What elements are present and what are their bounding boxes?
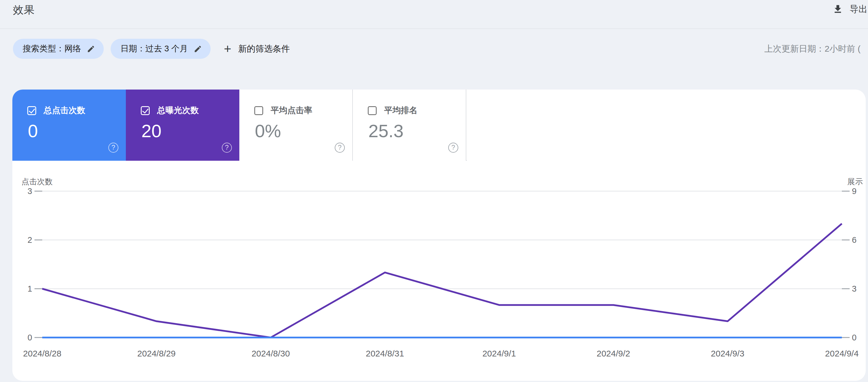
metric-card-value: 25.3 xyxy=(368,120,404,141)
svg-text:2024/8/28: 2024/8/28 xyxy=(23,349,61,358)
checkbox-icon[interactable] xyxy=(141,106,150,115)
svg-text:0: 0 xyxy=(28,333,32,342)
edit-pencil-icon[interactable] xyxy=(87,45,95,53)
svg-text:0: 0 xyxy=(852,333,857,342)
help-icon[interactable]: ? xyxy=(448,143,458,153)
svg-text:9: 9 xyxy=(852,186,857,196)
metric-card-label: 平均排名 xyxy=(384,105,417,116)
metric-card-value: 20 xyxy=(142,120,161,141)
svg-text:2024/9/4: 2024/9/4 xyxy=(825,349,859,358)
line-chart-canvas[interactable]: 00132639点击次数展示2024/8/282024/8/292024/8/3… xyxy=(12,161,866,381)
last-updated-text: 上次更新日期：2小时前 ( xyxy=(764,43,861,55)
svg-text:展示: 展示 xyxy=(847,177,863,186)
metric-cards-row: 总点击次数 0 ? 总曝光次数 20 ? 平均点击率 0% ? 平均排名 xyxy=(12,90,467,161)
plus-icon: + xyxy=(224,42,231,55)
download-icon xyxy=(832,4,843,14)
performance-chart[interactable]: 00132639点击次数展示2024/8/282024/8/292024/8/3… xyxy=(12,161,866,381)
svg-text:点击次数: 点击次数 xyxy=(22,177,53,186)
metric-card-value: 0 xyxy=(28,120,38,141)
filter-bar: 搜索类型：网络 日期：过去 3 个月 + 新的筛选条件 xyxy=(13,39,290,59)
metric-card-value: 0% xyxy=(255,120,281,141)
svg-text:2024/8/29: 2024/8/29 xyxy=(137,349,176,358)
edit-pencil-icon[interactable] xyxy=(194,45,202,53)
filter-chip-search-type[interactable]: 搜索类型：网络 xyxy=(13,39,104,59)
svg-text:6: 6 xyxy=(852,235,857,245)
help-icon[interactable]: ? xyxy=(335,143,345,153)
svg-text:3: 3 xyxy=(852,284,857,293)
svg-text:2: 2 xyxy=(28,235,32,245)
metric-card-label: 平均点击率 xyxy=(271,105,312,116)
add-filter-button[interactable]: + 新的筛选条件 xyxy=(224,42,290,55)
page-header: 效果 导出 xyxy=(0,0,868,29)
filter-chip-label: 搜索类型：网络 xyxy=(23,43,81,55)
help-icon[interactable]: ? xyxy=(222,143,232,153)
svg-text:1: 1 xyxy=(28,284,32,293)
svg-text:2024/9/1: 2024/9/1 xyxy=(483,349,516,358)
add-filter-label: 新的筛选条件 xyxy=(238,43,290,55)
export-button[interactable]: 导出 xyxy=(832,2,867,16)
page-title: 效果 xyxy=(13,3,35,17)
checkbox-icon[interactable] xyxy=(27,106,36,115)
export-label: 导出 xyxy=(849,3,867,15)
svg-text:2024/8/31: 2024/8/31 xyxy=(366,349,404,358)
metric-card-total-impressions[interactable]: 总曝光次数 20 ? xyxy=(126,90,239,161)
metric-card-label: 总点击次数 xyxy=(44,105,85,116)
checkbox-icon[interactable] xyxy=(254,106,263,115)
svg-text:2024/9/3: 2024/9/3 xyxy=(711,349,744,358)
checkbox-icon[interactable] xyxy=(368,106,377,115)
metric-card-total-clicks[interactable]: 总点击次数 0 ? xyxy=(12,90,126,161)
svg-text:3: 3 xyxy=(28,186,32,196)
filter-chip-date[interactable]: 日期：过去 3 个月 xyxy=(111,39,211,59)
performance-panel: 总点击次数 0 ? 总曝光次数 20 ? 平均点击率 0% ? 平均排名 xyxy=(12,90,866,381)
svg-text:2024/9/2: 2024/9/2 xyxy=(596,349,630,358)
svg-text:2024/8/30: 2024/8/30 xyxy=(251,349,290,358)
help-icon[interactable]: ? xyxy=(108,143,118,153)
metric-card-label: 总曝光次数 xyxy=(157,105,199,116)
metric-card-average-ctr[interactable]: 平均点击率 0% ? xyxy=(239,90,353,161)
filter-chip-label: 日期：过去 3 个月 xyxy=(120,43,188,55)
metric-card-average-position[interactable]: 平均排名 25.3 ? xyxy=(353,90,466,161)
